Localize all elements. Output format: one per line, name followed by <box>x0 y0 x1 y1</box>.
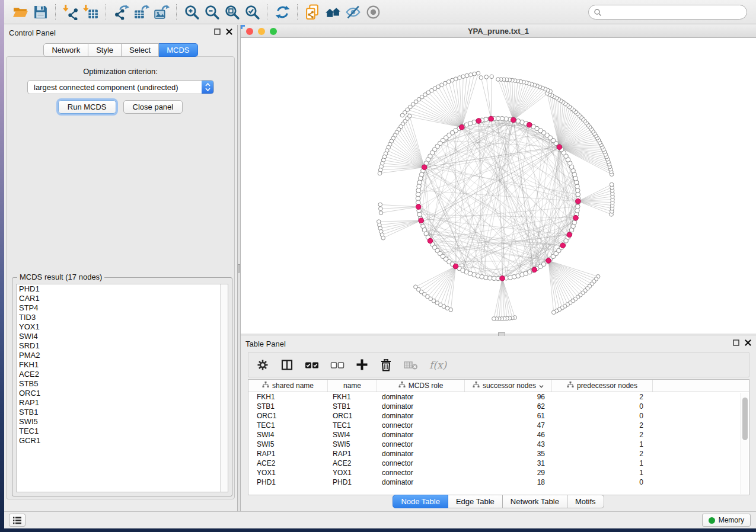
scrollbar-thumb[interactable] <box>742 398 748 440</box>
export-network-icon[interactable] <box>111 2 131 22</box>
run-mcds-button[interactable]: Run MCDS <box>58 100 116 114</box>
tab-mcds[interactable]: MCDS <box>159 43 197 57</box>
zoom-selected-icon[interactable] <box>242 2 262 22</box>
mcds-result-item[interactable]: SRD1 <box>17 341 228 351</box>
dropdown-stepper-icon <box>202 81 213 94</box>
function-builder-icon[interactable]: f(x) <box>429 359 446 371</box>
cell-mcds-role: dominator <box>377 478 465 486</box>
tab-node-table[interactable]: Node Table <box>393 495 448 508</box>
close-panel-icon[interactable] <box>226 28 232 35</box>
hierarchy-icon <box>473 382 480 390</box>
memory-status-icon <box>709 517 715 524</box>
application-window: Control Panel NetworkStyleSelectMCDS Opt… <box>4 0 756 528</box>
cell-name: PHD1 <box>328 478 377 486</box>
import-network-icon[interactable] <box>60 2 81 22</box>
column-header-MCDS-role[interactable]: MCDS role <box>377 380 465 392</box>
tab-select[interactable]: Select <box>122 43 159 57</box>
table-row[interactable]: YOX1YOX1connector291 <box>248 468 749 477</box>
zoom-out-icon[interactable] <box>202 2 222 22</box>
add-column-icon[interactable] <box>356 358 368 371</box>
save-session-icon[interactable] <box>30 2 50 22</box>
deselect-all-icon[interactable] <box>330 361 344 369</box>
network-canvas[interactable] <box>241 38 756 334</box>
maximize-window-icon[interactable] <box>270 28 277 35</box>
cell-name: TEC1 <box>328 421 377 430</box>
mcds-result-item[interactable]: TEC1 <box>17 427 228 436</box>
mcds-result-item[interactable]: ORC1 <box>17 389 228 398</box>
table-settings-icon[interactable] <box>256 358 269 371</box>
task-history-button[interactable] <box>9 514 25 527</box>
tab-motifs[interactable]: Motifs <box>567 495 604 508</box>
network-overview-icon[interactable] <box>323 2 343 22</box>
tab-style[interactable]: Style <box>88 43 122 57</box>
memory-button[interactable]: Memory <box>702 514 751 527</box>
tab-edge-table[interactable]: Edge Table <box>448 495 503 508</box>
table-body: FKH1FKH1dominator962STB1STB1dominator620… <box>248 392 749 487</box>
table-row[interactable]: RAP1RAP1dominator352 <box>248 449 749 459</box>
table-row[interactable]: PHD1PHD1dominator180 <box>248 477 749 487</box>
column-header-shared-name[interactable]: shared name <box>248 380 328 392</box>
mcds-result-item[interactable]: YOX1 <box>17 322 228 332</box>
columns-icon[interactable] <box>280 358 294 371</box>
cell-name: SWI4 <box>328 431 377 439</box>
mcds-result-item[interactable]: TID3 <box>17 313 228 322</box>
mcds-result-item[interactable]: STB1 <box>17 408 228 417</box>
minimize-window-icon[interactable] <box>258 28 265 35</box>
float-panel-icon[interactable] <box>733 339 739 346</box>
import-table-icon[interactable] <box>81 2 101 22</box>
show-graphics-icon[interactable] <box>363 2 383 22</box>
tab-network[interactable]: Network <box>43 43 88 57</box>
cell-mcds-role: dominator <box>377 450 465 458</box>
dropdown-value: largest connected component (undirected) <box>28 83 202 92</box>
status-bar: Memory <box>4 511 756 528</box>
delete-column-icon[interactable] <box>379 358 393 371</box>
search-input[interactable] <box>602 8 742 17</box>
mcds-result-item[interactable]: PMA2 <box>17 351 228 360</box>
column-header-name[interactable]: name <box>328 380 377 392</box>
float-panel-icon[interactable] <box>214 28 221 35</box>
list-icon <box>12 516 22 525</box>
table-row[interactable]: ORC1ORC1dominator610 <box>248 411 749 421</box>
table-row[interactable]: TEC1TEC1connector472 <box>248 421 749 430</box>
refresh-layout-icon[interactable] <box>272 2 292 22</box>
table-row[interactable]: STB1STB1dominator620 <box>248 402 749 411</box>
table-scrollbar[interactable] <box>741 393 748 494</box>
mcds-result-item[interactable]: PHD1 <box>17 284 228 294</box>
column-header-predecessor-nodes[interactable]: predecessor nodes <box>552 380 653 392</box>
table-row[interactable]: FKH1FKH1dominator962 <box>248 392 749 402</box>
mcds-result-item[interactable]: FKH1 <box>17 360 228 370</box>
select-all-icon[interactable] <box>305 361 319 369</box>
table-row[interactable]: ACE2ACE2connector311 <box>248 459 749 468</box>
control-panel: Control Panel NetworkStyleSelectMCDS Opt… <box>4 25 237 511</box>
open-file-icon[interactable] <box>10 2 30 22</box>
column-header-successor-nodes[interactable]: successor nodes <box>465 380 552 392</box>
session-network-icon[interactable] <box>302 2 323 22</box>
tab-network-table[interactable]: Network Table <box>503 495 567 508</box>
close-panel-button[interactable]: Close panel <box>123 100 183 114</box>
hide-graphics-icon[interactable] <box>343 2 363 22</box>
cell-name: YOX1 <box>328 469 377 477</box>
mcds-result-item[interactable]: SWI4 <box>17 332 228 341</box>
mcds-result-list[interactable]: PHD1CAR1STP4TID3YOX1SWI4SRD1PMA2FKH1ACE2… <box>16 284 228 492</box>
zoom-in-icon[interactable] <box>181 2 202 22</box>
cell-predecessor-nodes: 2 <box>552 431 653 439</box>
export-image-icon[interactable] <box>151 2 171 22</box>
zoom-fit-icon[interactable] <box>222 2 242 22</box>
close-window-icon[interactable] <box>246 28 253 35</box>
mcds-result-item[interactable]: STB5 <box>17 379 228 389</box>
optimization-criterion-dropdown[interactable]: largest connected component (undirected) <box>27 80 214 94</box>
export-table-icon[interactable] <box>131 2 151 22</box>
mcds-result-item[interactable]: ACE2 <box>17 370 228 379</box>
table-row[interactable]: SWI5SWI5connector431 <box>248 440 749 449</box>
mcds-result-item[interactable]: STP4 <box>17 303 228 313</box>
mcds-result-item[interactable]: CAR1 <box>17 294 228 303</box>
mcds-result-item[interactable]: RAP1 <box>17 398 228 408</box>
splitter-grip[interactable] <box>238 264 240 273</box>
delete-table-icon[interactable] <box>404 360 418 370</box>
close-panel-icon[interactable] <box>745 339 751 346</box>
network-view-titlebar[interactable]: YPA_prune.txt_1 <box>241 25 756 38</box>
table-row[interactable]: SWI4SWI4dominator462 <box>248 430 749 440</box>
mcds-result-item[interactable]: GCR1 <box>17 436 228 446</box>
mcds-list-scrollbar[interactable] <box>220 284 228 492</box>
mcds-result-item[interactable]: SWI5 <box>17 417 228 427</box>
